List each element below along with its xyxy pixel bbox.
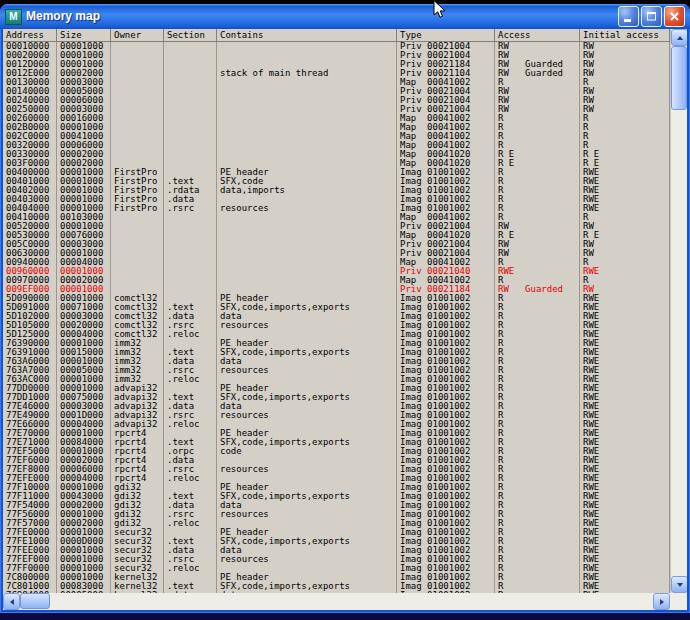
scroll-up-button[interactable] xyxy=(671,29,687,46)
cell-size: 00001000 xyxy=(57,123,111,132)
column-header-access[interactable]: Access xyxy=(495,29,580,41)
scroll-right-button[interactable] xyxy=(653,593,670,610)
table-row[interactable]: 005C000000003000Priv 00021004RWRW xyxy=(3,240,670,249)
cell-owner: FirstPro xyxy=(111,195,164,204)
column-header-type[interactable]: Type xyxy=(397,29,495,41)
table-row[interactable]: 5D10500000020000comctl32.rsrcresourcesIm… xyxy=(3,321,670,330)
table-row[interactable]: 0002000000001000Priv 00021004RWRW xyxy=(3,51,670,60)
table-row[interactable]: 77DD100000075000advapi32.textSFX,code,im… xyxy=(3,393,670,402)
cell-address: 77EF8000 xyxy=(3,465,57,474)
table-row[interactable]: 77E4600000003000advapi32.datadataImag 01… xyxy=(3,402,670,411)
cell-address: 77F10000 xyxy=(3,483,57,492)
table-row[interactable]: 7639100000015000imm32.textSFX,code,impor… xyxy=(3,348,670,357)
table-row[interactable]: 77F1100000043000gdi32.textSFX,code,impor… xyxy=(3,492,670,501)
table-row[interactable]: 77FE10000000D000secur32.textSFX,code,imp… xyxy=(3,537,670,546)
cell-access: R xyxy=(495,375,580,384)
table-row[interactable]: 5D09100000071000comctl32.textSFX,code,im… xyxy=(3,303,670,312)
cell-section: .orpc xyxy=(164,447,217,456)
table-row[interactable]: 77E490000001D000advapi32.rsrcresourcesIm… xyxy=(3,411,670,420)
column-header-contains[interactable]: Contains xyxy=(217,29,397,41)
table-row[interactable]: 77E6600000004000advapi32.relocImag 01001… xyxy=(3,420,670,429)
table-row[interactable]: 763A700000005000imm32.rsrcresourcesImag … xyxy=(3,366,670,375)
table-row[interactable]: 7639000000001000imm32PE headerImag 01001… xyxy=(3,339,670,348)
table-row[interactable]: 0040300000001000FirstPro.dataImag 010010… xyxy=(3,195,670,204)
table-row[interactable]: 77EF800000006000rpcrt4.rsrcresourcesImag… xyxy=(3,465,670,474)
table-row[interactable]: 5D09000000001000comctl32PE headerImag 01… xyxy=(3,294,670,303)
table-row[interactable]: 002C000000041000Map 00041002RR xyxy=(3,132,670,141)
cell-access: R xyxy=(495,168,580,177)
table-row[interactable]: 0001000000001000Priv 00021004RWRW xyxy=(3,42,670,51)
cell-address: 7C801000 xyxy=(3,582,57,591)
table-row[interactable]: 0026000000016000Map 00041002RR xyxy=(3,114,670,123)
table-row[interactable]: 0040000000001000FirstProPE headerImag 01… xyxy=(3,168,670,177)
table-row[interactable]: 0063000000001000Priv 00021004RWRW xyxy=(3,249,670,258)
table-row[interactable]: 0013000000003000Map 00041002RR xyxy=(3,78,670,87)
horizontal-scrollbar[interactable] xyxy=(3,593,670,610)
table-row[interactable]: 0041000000103000Map 00041002RR xyxy=(3,213,670,222)
minimize-button[interactable] xyxy=(618,6,639,27)
column-header-section[interactable]: Section xyxy=(164,29,217,41)
table-row[interactable]: 77EF500000001000rpcrt4.orpccodeImag 0100… xyxy=(3,447,670,456)
column-header-initial[interactable]: Initial access xyxy=(580,29,670,41)
table-row[interactable]: 77EF600000002000rpcrt4.dataImag 01001002… xyxy=(3,456,670,465)
table-row[interactable]: 7C80000000001000kernel32PE headerImag 01… xyxy=(3,573,670,582)
table-row[interactable]: 0014000000005000Priv 00021004RWRW xyxy=(3,87,670,96)
table-row[interactable]: 0052000000001000Priv 00021004RWRW xyxy=(3,222,670,231)
cell-type: Imag 01001002 xyxy=(397,465,495,474)
horizontal-scroll-track[interactable] xyxy=(20,593,653,610)
column-header-address[interactable]: Address xyxy=(3,29,57,41)
table-row[interactable]: 0032000000006000Map 00041002RR xyxy=(3,141,670,150)
vertical-scroll-thumb[interactable] xyxy=(671,46,687,110)
vertical-scrollbar[interactable] xyxy=(670,29,687,593)
table-row[interactable]: 77F5600000001000gdi32.rsrcresourcesImag … xyxy=(3,510,670,519)
table-row[interactable]: 77E7100000084000rpcrt4.textSFX,code,impo… xyxy=(3,438,670,447)
cell-section: .text xyxy=(164,303,217,312)
table-row[interactable]: 763AC00000001000imm32.relocImag 01001002… xyxy=(3,375,670,384)
scroll-down-button[interactable] xyxy=(671,576,687,593)
cell-address: 76391000 xyxy=(3,348,57,357)
table-row[interactable]: 77FE000000001000secur32PE headerImag 010… xyxy=(3,528,670,537)
table-row[interactable]: 77EFE00000004000rpcrt4.relocImag 0100100… xyxy=(3,474,670,483)
table-row[interactable]: 0033000000002000Map 00041020R ER E xyxy=(3,150,670,159)
close-button[interactable] xyxy=(664,6,685,27)
table-row[interactable]: 0040100000001000FirstPro.textSFX,codeIma… xyxy=(3,177,670,186)
table-row[interactable]: 0096000000001000Priv 00021040RWERWE xyxy=(3,267,670,276)
cell-initial: RWE xyxy=(580,393,670,402)
table-row[interactable]: 5D10200000003000comctl32.datadataImag 01… xyxy=(3,312,670,321)
table-row[interactable]: 003F000000002000Map 00041020R ER E xyxy=(3,159,670,168)
vertical-scroll-track[interactable] xyxy=(671,46,687,576)
cell-contains: SFX,code,imports,exports xyxy=(217,438,397,447)
horizontal-scroll-thumb[interactable] xyxy=(20,593,50,609)
table-row[interactable]: 009EF00000001000Priv 00021184RW GuardedR… xyxy=(3,285,670,294)
table-row[interactable]: 0025000000003000Priv 00021004RWRW xyxy=(3,105,670,114)
table-row[interactable]: 77F5700000002000gdi32.relocImag 01001002… xyxy=(3,519,670,528)
table-row[interactable]: 77F5400000002000gdi32.datadataImag 01001… xyxy=(3,501,670,510)
table-row[interactable]: 0094000000004000Map 00041002RR xyxy=(3,258,670,267)
window-icon[interactable]: M xyxy=(5,9,22,25)
table-row[interactable]: 77FF000000001000secur32.relocImag 010010… xyxy=(3,564,670,573)
table-row[interactable]: 0024000000006000Priv 00021004RWRW xyxy=(3,96,670,105)
cell-section: .text xyxy=(164,177,217,186)
table-row[interactable]: 763A600000001000imm32.datadataImag 01001… xyxy=(3,357,670,366)
table-row[interactable]: 0053000000076000Map 00041020R ER E xyxy=(3,231,670,240)
table-row[interactable]: 5D12500000004000comctl32.relocImag 01001… xyxy=(3,330,670,339)
table-row[interactable]: 002B000000001000Map 00041002RR xyxy=(3,123,670,132)
table-row[interactable]: 0040400000001000FirstPro.rsrcresourcesIm… xyxy=(3,204,670,213)
table-row[interactable]: 77E7000000001000rpcrt4PE headerImag 0100… xyxy=(3,429,670,438)
titlebar[interactable]: M Memory map xyxy=(0,4,690,29)
cell-size: 00002000 xyxy=(57,159,111,168)
table-row[interactable]: 0012D00000001000Priv 00021184RW GuardedR… xyxy=(3,60,670,69)
column-header-size[interactable]: Size xyxy=(57,29,111,41)
table-row[interactable]: 77DD000000001000advapi32PE headerImag 01… xyxy=(3,384,670,393)
table-row[interactable]: 0040200000001000FirstPro.rdatadata,impor… xyxy=(3,186,670,195)
table-row[interactable]: 77FEF00000001000secur32.rsrcresourcesIma… xyxy=(3,555,670,564)
maximize-button[interactable] xyxy=(641,6,662,27)
scroll-left-button[interactable] xyxy=(3,593,20,610)
table-row[interactable]: 77FEE00000001000secur32.datadataImag 010… xyxy=(3,546,670,555)
table-row[interactable]: 0012E00000002000stack of main threadPriv… xyxy=(3,69,670,78)
cell-contains: code xyxy=(217,447,397,456)
table-row[interactable]: 0097000000002000Map 00041002RR xyxy=(3,276,670,285)
table-row[interactable]: 77F1000000001000gdi32PE headerImag 01001… xyxy=(3,483,670,492)
table-row[interactable]: 7C80100000083000kernel32.textSFX,code,im… xyxy=(3,582,670,591)
column-header-owner[interactable]: Owner xyxy=(111,29,164,41)
